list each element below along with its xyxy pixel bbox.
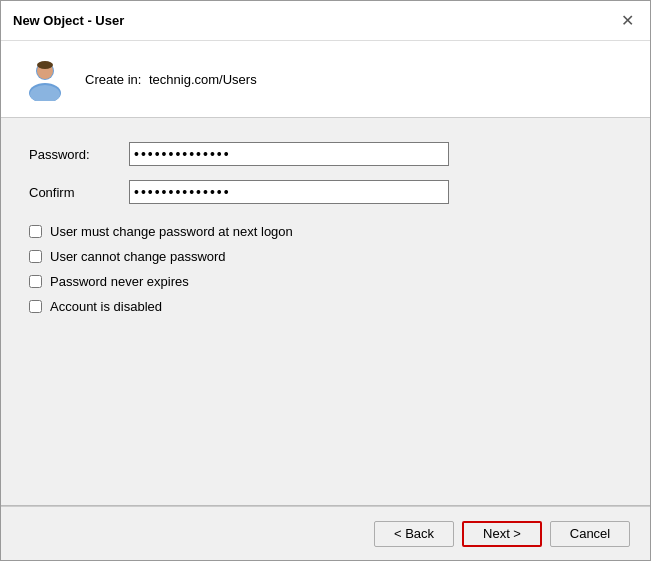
password-row: Password:	[29, 142, 622, 166]
password-never-expires-checkbox[interactable]	[29, 275, 42, 288]
footer: < Back Next > Cancel	[1, 506, 650, 560]
checkbox-row-3: Password never expires	[29, 274, 622, 289]
svg-point-4	[37, 61, 53, 69]
account-disabled-label: Account is disabled	[50, 299, 162, 314]
account-disabled-checkbox[interactable]	[29, 300, 42, 313]
next-button[interactable]: Next >	[462, 521, 542, 547]
checkbox-row-1: User must change password at next logon	[29, 224, 622, 239]
user-cannot-change-password-checkbox[interactable]	[29, 250, 42, 263]
password-input[interactable]	[129, 142, 449, 166]
create-in-label: Create in:	[85, 72, 141, 87]
create-in-info: Create in: technig.com/Users	[85, 72, 257, 87]
cancel-button[interactable]: Cancel	[550, 521, 630, 547]
checkboxes-area: User must change password at next logon …	[29, 224, 622, 314]
title-bar: New Object - User ✕	[1, 1, 650, 41]
password-label: Password:	[29, 147, 129, 162]
user-icon	[21, 55, 69, 103]
user-must-change-password-checkbox[interactable]	[29, 225, 42, 238]
password-never-expires-label: Password never expires	[50, 274, 189, 289]
confirm-input[interactable]	[129, 180, 449, 204]
create-in-path: technig.com/Users	[149, 72, 257, 87]
confirm-label: Confirm	[29, 185, 129, 200]
content-area: Password: Confirm User must change passw…	[1, 118, 650, 505]
new-object-user-dialog: New Object - User ✕ Create in: technig.c…	[0, 0, 651, 561]
checkbox-row-2: User cannot change password	[29, 249, 622, 264]
user-must-change-password-label: User must change password at next logon	[50, 224, 293, 239]
confirm-row: Confirm	[29, 180, 622, 204]
header-section: Create in: technig.com/Users	[1, 41, 650, 118]
dialog-title: New Object - User	[13, 13, 124, 28]
back-button[interactable]: < Back	[374, 521, 454, 547]
checkbox-row-4: Account is disabled	[29, 299, 622, 314]
user-cannot-change-password-label: User cannot change password	[50, 249, 226, 264]
close-button[interactable]: ✕	[616, 10, 638, 32]
